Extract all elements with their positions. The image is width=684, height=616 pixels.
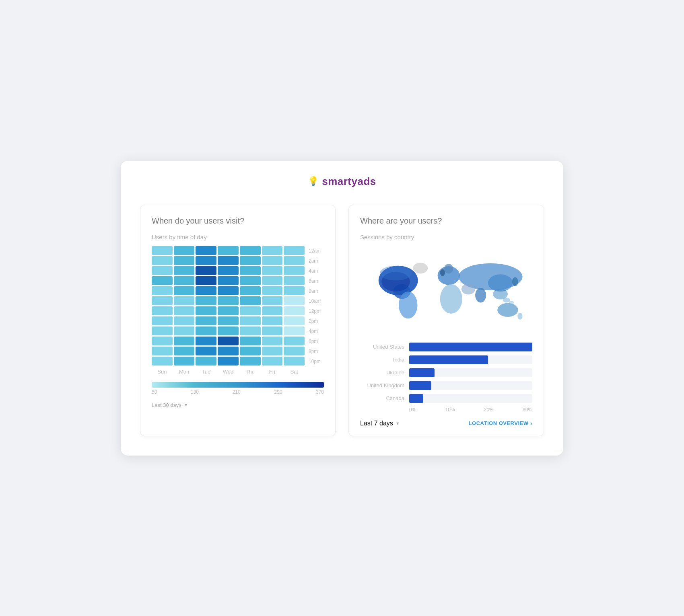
- bar-country-label: Canada: [360, 395, 404, 401]
- heatmap-cell: [174, 337, 195, 345]
- svg-point-15: [503, 298, 510, 302]
- main-card: 💡 smartyads When do your users visit? Us…: [121, 161, 563, 456]
- heatmap-cell: [196, 347, 216, 355]
- location-overview-link[interactable]: LOCATION OVERVIEW ›: [469, 420, 532, 427]
- heatmap-cell: [240, 256, 261, 265]
- heatmap-cell: [262, 337, 283, 345]
- heatmap-cell: [284, 347, 305, 355]
- time-label: 2pm: [309, 316, 324, 326]
- time-label: 4pm: [309, 326, 324, 337]
- left-panel-footer[interactable]: Last 30 days ▼: [152, 402, 324, 408]
- legend-value: 130: [191, 389, 199, 395]
- day-label: Sun: [152, 369, 173, 375]
- bar-country-label: United Kingdom: [360, 382, 404, 388]
- heatmap-cell: [174, 246, 195, 255]
- heatmap-cell: [174, 326, 195, 335]
- legend-value: 210: [233, 389, 241, 395]
- world-map-svg: [360, 246, 532, 335]
- heatmap-cell: [262, 347, 283, 355]
- heatmap-cell: [218, 347, 239, 355]
- bar-track: [409, 394, 532, 403]
- right-section-title: Where are your users?: [360, 216, 532, 226]
- left-panel: When do your users visit? Users by time …: [140, 205, 336, 436]
- x-axis-label: 10%: [445, 407, 455, 413]
- heatmap-cell: [284, 316, 305, 325]
- heatmap-cell: [152, 326, 173, 335]
- svg-point-14: [444, 263, 453, 273]
- bar-fill: [409, 355, 488, 364]
- heatmap-cell: [218, 276, 239, 285]
- heatmap-cell: [196, 316, 216, 325]
- day-labels: SunMonTueWedThuFriSat: [152, 369, 305, 375]
- bar-fill: [409, 394, 423, 403]
- heatmap-cell: [152, 266, 173, 275]
- heatmap-cell: [240, 246, 261, 255]
- x-axis-label: 30%: [523, 407, 532, 413]
- time-label: 6pm: [309, 337, 324, 347]
- bar-row: United States: [360, 343, 532, 351]
- x-axis-label: 20%: [484, 407, 494, 413]
- heatmap-cell: [262, 306, 283, 315]
- time-label: 6am: [309, 276, 324, 286]
- heatmap-cell: [218, 286, 239, 295]
- bar-country-label: India: [360, 357, 404, 363]
- svg-point-2: [413, 263, 428, 273]
- heatmap-cell: [262, 316, 283, 325]
- time-label: 8am: [309, 286, 324, 296]
- bar-row: United Kingdom: [360, 381, 532, 390]
- heatmap-cell: [174, 316, 195, 325]
- heatmap-cell: [284, 296, 305, 305]
- heatmap-cell: [262, 326, 283, 335]
- heatmap-cell: [262, 296, 283, 305]
- heatmap-cell: [196, 296, 216, 305]
- heatmap-cell: [240, 276, 261, 285]
- bar-fill: [409, 381, 431, 390]
- heatmap-cell: [284, 276, 305, 285]
- time-label: 12am: [309, 246, 324, 256]
- bar-row: India: [360, 355, 532, 364]
- heatmap-cell: [240, 306, 261, 315]
- two-column-layout: When do your users visit? Users by time …: [140, 205, 544, 436]
- bar-track: [409, 368, 532, 377]
- svg-point-11: [497, 303, 518, 316]
- brand-header: 💡 smartyads: [140, 175, 544, 188]
- heatmap-cell: [196, 256, 216, 265]
- heatmap-cell: [262, 256, 283, 265]
- heatmap-cell: [152, 306, 173, 315]
- time-label: 2am: [309, 256, 324, 266]
- heatmap-cell: [240, 326, 261, 335]
- day-label: Wed: [218, 369, 239, 375]
- heatmap-cell: [240, 286, 261, 295]
- heatmap-cell: [196, 337, 216, 345]
- bar-track: [409, 355, 532, 364]
- right-panel: Where are your users? Sessions by countr…: [348, 205, 544, 436]
- heatmap-cell: [240, 316, 261, 325]
- svg-point-12: [512, 277, 518, 286]
- dropdown-arrow-icon[interactable]: ▼: [184, 402, 188, 407]
- dropdown-arrow-right-icon[interactable]: ▼: [396, 421, 400, 426]
- heatmap-cell: [262, 286, 283, 295]
- svg-point-5: [440, 284, 462, 313]
- last30-label: Last 30 days: [152, 402, 181, 408]
- heatmap-cell: [196, 326, 216, 335]
- heatmap-cell: [196, 266, 216, 275]
- last7-dropdown[interactable]: Last 7 days ▼: [360, 420, 400, 427]
- bar-country-label: United States: [360, 344, 404, 350]
- time-label: 12pm: [309, 306, 324, 316]
- heatmap-cell: [262, 276, 283, 285]
- day-label: Tue: [196, 369, 216, 375]
- heatmap-cell: [218, 316, 239, 325]
- heatmap-cell: [152, 286, 173, 295]
- heatmap-cell: [284, 246, 305, 255]
- heatmap-grid: [152, 246, 305, 365]
- bar-fill: [409, 343, 532, 351]
- legend-value: 290: [274, 389, 282, 395]
- heatmap-cell: [240, 296, 261, 305]
- country-bar-chart: United StatesIndiaUkraineUnited KingdomC…: [360, 343, 532, 403]
- svg-point-16: [509, 301, 514, 304]
- time-label: 4am: [309, 266, 324, 276]
- heatmap-cell: [218, 337, 239, 345]
- heatmap-cell: [218, 266, 239, 275]
- chevron-right-icon: ›: [530, 420, 533, 427]
- time-label: 10am: [309, 296, 324, 306]
